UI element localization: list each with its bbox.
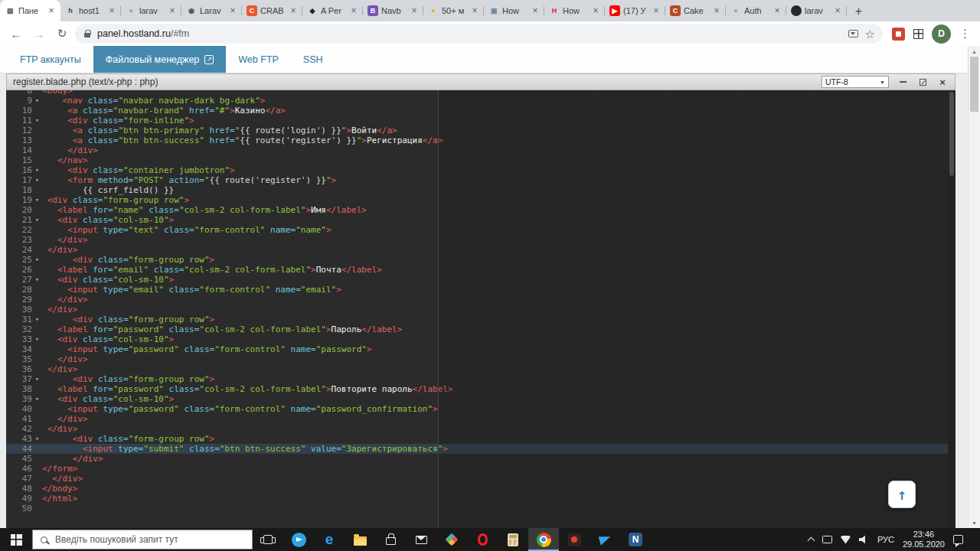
code-line[interactable]: 45 </div>	[6, 454, 956, 464]
site-nav-item[interactable]: SSH	[291, 46, 335, 73]
photos-icon[interactable]	[436, 528, 467, 551]
fold-arrow-icon[interactable]: ▾	[32, 195, 42, 205]
browser-tab[interactable]: BNavb×	[363, 0, 423, 21]
hidden-icons-chevron-icon[interactable]	[807, 537, 815, 545]
tab-close-icon[interactable]: ×	[712, 5, 721, 16]
calculator-icon[interactable]	[498, 528, 528, 551]
code-line[interactable]: 9▾ <nav class="navbar navbar-dark bg-dar…	[6, 96, 956, 106]
address-bar[interactable]: panel.hostland.ru/#fm ☆	[75, 24, 883, 44]
browser-tab[interactable]: ●Auth×	[726, 0, 786, 21]
editor-scrollbar-thumb[interactable]	[949, 92, 954, 176]
fold-arrow-icon[interactable]: ▾	[32, 275, 42, 285]
code-line[interactable]: 36 </div>	[6, 364, 956, 374]
code-line[interactable]: 38 <label for="password" class="col-sm-2…	[6, 384, 956, 394]
browser-tab[interactable]: hhost1×	[60, 0, 121, 21]
browser-tab[interactable]: HHow×	[544, 0, 605, 21]
network-icon[interactable]	[841, 536, 851, 544]
fold-arrow-icon[interactable]: ▾	[32, 116, 42, 126]
code-line[interactable]: 26 <label for="email" class="col-sm-2 co…	[6, 265, 956, 275]
site-nav-item[interactable]: FTP аккаунты	[8, 46, 93, 73]
code-line[interactable]: 22 <input type="text" class="form-contro…	[6, 225, 956, 235]
browser-tab[interactable]: ▤Пане×	[0, 0, 60, 21]
code-line[interactable]: 42 </div>	[6, 424, 956, 434]
scroll-to-top-button[interactable]: ↑	[888, 481, 916, 508]
chrome-icon[interactable]	[528, 528, 559, 551]
tab-close-icon[interactable]: ×	[652, 5, 661, 16]
tab-close-icon[interactable]: ×	[168, 5, 177, 16]
fold-arrow-icon[interactable]: ▾	[32, 255, 42, 265]
tab-close-icon[interactable]: ×	[410, 5, 419, 16]
code-line[interactable]: 31▾ <div class="form-group row">	[6, 315, 956, 324]
telegram-icon[interactable]	[283, 528, 314, 551]
volume-icon[interactable]	[859, 535, 869, 544]
code-line[interactable]: 44 <input type="submit" class="btn btn-s…	[6, 444, 956, 454]
code-line[interactable]: 28 <input type="email" class="form-contr…	[6, 285, 956, 295]
fold-arrow-icon[interactable]: ▾	[32, 374, 42, 384]
display-icon[interactable]	[822, 536, 832, 543]
code-line[interactable]: 46</form>	[6, 464, 956, 474]
page-scrollbar-thumb[interactable]	[970, 57, 978, 112]
browser-tab[interactable]: ◉Larav×	[181, 0, 242, 21]
code-line[interactable]: 21▾ <div class="col-sm-10">	[6, 215, 956, 225]
tab-close-icon[interactable]: ×	[531, 5, 540, 16]
code-line[interactable]: 40 <input type="password" class="form-co…	[6, 404, 956, 414]
code-line[interactable]: 18 {{ csrf_field() }}	[6, 185, 956, 195]
code-line[interactable]: 32 <label for="password" class="col-sm-2…	[6, 324, 956, 334]
site-nav-item[interactable]: Файловый менеджер↗	[93, 46, 227, 73]
chrome-menu-icon[interactable]: ⋮	[959, 27, 971, 41]
tab-close-icon[interactable]: ×	[591, 5, 600, 16]
scrollbar-down-arrow-icon[interactable]: ▼	[969, 517, 980, 528]
code-line[interactable]: 41 </div>	[6, 414, 956, 424]
code-line[interactable]: 15 </nav>	[6, 155, 956, 165]
language-indicator[interactable]: РУС	[877, 535, 894, 544]
action-center-icon[interactable]	[953, 535, 963, 544]
store-icon[interactable]	[375, 528, 406, 551]
mail-icon[interactable]	[406, 528, 436, 551]
tab-close-icon[interactable]: ×	[833, 5, 842, 16]
tab-close-icon[interactable]: ×	[470, 5, 479, 16]
code-line[interactable]: 11▾ <div class="form-inline">	[6, 116, 956, 126]
fold-arrow-icon[interactable]: ▾	[32, 175, 42, 185]
code-line[interactable]: 8<body>	[6, 90, 956, 96]
code-line[interactable]: 16▾ <div class="container jumbotron">	[6, 165, 956, 175]
editor-scrollbar[interactable]	[948, 90, 956, 528]
code-line[interactable]: 17▾ <form method="POST" action="{{ route…	[6, 175, 956, 185]
code-line[interactable]: 19▾ <div class="form-group row">	[6, 195, 956, 205]
forward-button[interactable]: →	[29, 24, 49, 44]
reload-button[interactable]: ↻	[52, 24, 72, 44]
browser-tab[interactable]: ▶(17) У×	[605, 0, 665, 21]
browser-tab[interactable]: ●50+ м×	[423, 0, 484, 21]
app-icon-dark-red[interactable]	[559, 528, 590, 551]
task-view-button[interactable]	[253, 528, 283, 551]
file-explorer-icon[interactable]	[345, 528, 375, 551]
install-icon[interactable]	[848, 30, 858, 37]
extension-icon-red[interactable]	[892, 28, 905, 41]
encoding-select[interactable]: UTF-8 ▼	[822, 76, 889, 88]
page-scrollbar[interactable]: ▲ ▼	[968, 46, 980, 528]
code-line[interactable]: 23 </div>	[6, 235, 956, 245]
code-line[interactable]: 35 </div>	[6, 354, 956, 364]
code-line[interactable]: 29 </div>	[6, 295, 956, 305]
extension-icon-grid[interactable]	[913, 29, 923, 39]
code-line[interactable]: 24 </div>	[6, 245, 956, 255]
taskbar-search[interactable]: Введіть пошуковий запит тут	[32, 530, 253, 549]
code-line[interactable]: 43▾ <div class="form-group row">	[6, 434, 956, 444]
code-line[interactable]: 49</html>	[6, 494, 956, 504]
scrollbar-up-arrow-icon[interactable]: ▲	[969, 46, 980, 57]
app-icon-blue-n[interactable]: N	[620, 528, 651, 551]
code-line[interactable]: 47 </div>	[6, 474, 956, 484]
fold-arrow-icon[interactable]: ▾	[32, 96, 42, 106]
fold-arrow-icon[interactable]: ▾	[32, 394, 42, 404]
edge-icon[interactable]: e	[314, 528, 345, 551]
tab-close-icon[interactable]: ×	[289, 5, 298, 16]
browser-tab[interactable]: CCRAB×	[242, 0, 302, 21]
code-line[interactable]: 30 </div>	[6, 305, 956, 315]
back-button[interactable]: ←	[6, 24, 26, 44]
code-line[interactable]: 50	[6, 504, 956, 514]
taskbar-clock[interactable]: 23:46 29.05.2020	[903, 530, 945, 549]
tab-close-icon[interactable]: ×	[107, 5, 116, 16]
fold-arrow-icon[interactable]: ▾	[32, 215, 42, 225]
tab-close-icon[interactable]: ×	[349, 5, 358, 16]
start-button[interactable]	[0, 528, 32, 551]
code-line[interactable]: 39▾ <div class="col-sm-10">	[6, 394, 956, 404]
